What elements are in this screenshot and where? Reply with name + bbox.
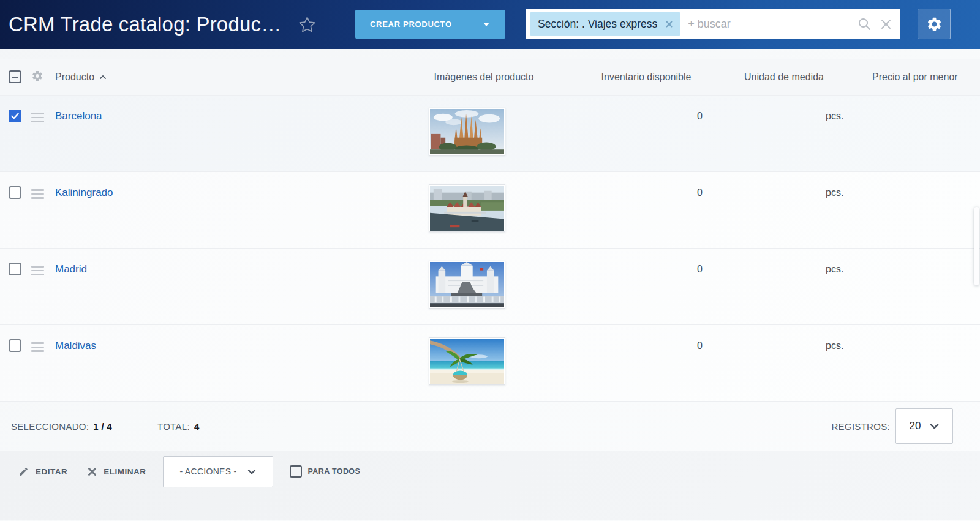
- unit-value: pcs.: [826, 111, 843, 121]
- drag-handle-icon[interactable]: [31, 189, 44, 199]
- search-input[interactable]: [680, 9, 858, 39]
- records-per-page-value: 20: [910, 420, 921, 432]
- total-count: 4: [194, 421, 200, 432]
- edit-pencil-icon: [18, 467, 29, 477]
- chip-remove-icon[interactable]: [666, 21, 673, 28]
- records-label: REGISTROS:: [831, 421, 890, 432]
- row-checkbox[interactable]: [9, 339, 21, 352]
- table-row: Kaliningrado 0 pcs.: [0, 172, 980, 249]
- product-thumbnail[interactable]: [429, 261, 505, 309]
- for-all-checkbox[interactable]: [290, 465, 302, 478]
- column-header-unit[interactable]: Unidad de medida: [744, 72, 824, 82]
- create-product-split-button: CREAR PRODUCTO: [355, 10, 505, 39]
- unit-value: pcs.: [826, 340, 843, 351]
- select-all-checkbox[interactable]: [9, 70, 21, 83]
- table-row: Maldivas 0 pcs.: [0, 325, 980, 402]
- search-icon[interactable]: [858, 17, 872, 31]
- product-rows: Barcelona 0 pcs. Kaliningrado 0 pcs. Mad…: [0, 96, 980, 402]
- drag-handle-icon[interactable]: [31, 342, 44, 352]
- stock-value: 0: [697, 111, 703, 121]
- delete-button[interactable]: ELIMINAR: [88, 467, 146, 476]
- column-header-price[interactable]: Precio al por menor: [872, 72, 958, 82]
- drag-handle-icon[interactable]: [31, 113, 44, 122]
- product-thumbnail[interactable]: [429, 108, 505, 156]
- row-checkbox[interactable]: [9, 110, 21, 122]
- unit-value: pcs.: [826, 264, 843, 274]
- create-dropdown-arrow-icon: [483, 23, 489, 26]
- unit-value: pcs.: [826, 187, 843, 198]
- topbar: CRM Trade catalog: Produc… CREAR PRODUCT…: [0, 0, 980, 49]
- for-all-label[interactable]: PARA TODOS: [308, 467, 361, 476]
- settings-button[interactable]: [918, 9, 951, 39]
- product-name-link[interactable]: Kaliningrado: [55, 187, 113, 198]
- column-header-images: Imágenes del producto: [434, 72, 534, 83]
- row-checkbox[interactable]: [9, 263, 21, 275]
- total-label: TOTAL:: [157, 421, 190, 432]
- actions-dropdown[interactable]: - ACCIONES -: [163, 456, 273, 487]
- selected-label: SELECCIONADO:: [11, 421, 89, 432]
- chevron-down-icon: [247, 469, 256, 474]
- grid-settings-gear-icon[interactable]: [31, 70, 43, 82]
- product-name-link[interactable]: Barcelona: [55, 110, 102, 122]
- stock-value: 0: [697, 340, 703, 351]
- product-thumbnail[interactable]: [429, 184, 505, 232]
- edit-button[interactable]: EDITAR: [18, 467, 67, 477]
- stock-value: 0: [697, 187, 703, 198]
- vertical-scrollbar-thumb[interactable]: [974, 207, 979, 285]
- grid-footer: SELECCIONADO: 1 / 4 TOTAL: 4 REGISTROS: …: [0, 402, 980, 451]
- search-bar: Sección: . Viajes express: [526, 9, 900, 39]
- table-row: Madrid 0 pcs.: [0, 249, 980, 325]
- column-header-product[interactable]: Producto: [55, 72, 107, 83]
- drag-handle-icon[interactable]: [31, 266, 44, 275]
- create-product-button[interactable]: CREAR PRODUCTO: [355, 10, 467, 39]
- for-all-toggle[interactable]: PARA TODOS: [290, 465, 361, 478]
- create-product-dropdown-button[interactable]: [467, 10, 505, 39]
- product-name-link[interactable]: Madrid: [55, 263, 87, 275]
- settings-gear-icon: [926, 16, 943, 32]
- chevron-down-icon: [930, 423, 939, 429]
- row-checkbox[interactable]: [9, 186, 21, 199]
- table-row: Barcelona 0 pcs.: [0, 96, 980, 172]
- filter-chip-label: Sección: . Viajes express: [538, 18, 657, 31]
- selected-count: 1 / 4: [93, 421, 112, 432]
- stock-value: 0: [697, 264, 703, 274]
- sort-asc-icon: [99, 75, 107, 80]
- action-bar: EDITAR ELIMINAR - ACCIONES - PARA TODOS: [0, 451, 980, 520]
- product-thumbnail[interactable]: [429, 337, 505, 385]
- records-per-page-select[interactable]: 20: [895, 408, 953, 444]
- product-name-link[interactable]: Maldivas: [55, 340, 96, 351]
- column-header-stock[interactable]: Inventario disponible: [601, 72, 692, 82]
- search-filter-chip[interactable]: Sección: . Viajes express: [530, 12, 680, 36]
- grid-header-row: Producto Imágenes del producto Inventari…: [0, 59, 980, 96]
- clear-search-icon[interactable]: [880, 18, 892, 30]
- page-title: CRM Trade catalog: Produc…: [9, 13, 281, 36]
- delete-x-icon: [88, 467, 97, 476]
- favorite-star-icon[interactable]: [296, 14, 317, 35]
